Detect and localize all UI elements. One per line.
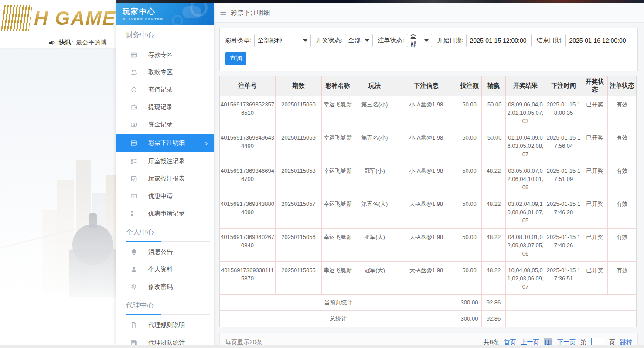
table-cell: 亚军(大): [354, 229, 395, 262]
table-cell: 有效: [608, 229, 637, 262]
table-cell: 2025-01-15 17:40:26: [545, 229, 582, 262]
column-header-注单号: 注单号: [220, 76, 276, 96]
table-cell: 401569173693381115870: [220, 262, 276, 295]
draw-status-value: 全部: [348, 37, 361, 44]
filter-panel: 彩种类型: 全部彩种 开奖状态: 全部 注单状态: 全部 开始日期: 结束日期:…: [219, 28, 638, 71]
table-cell: -50.00: [482, 129, 506, 162]
table-cell: 大-A盘@1.98: [395, 262, 457, 295]
bell-icon: [130, 249, 138, 256]
table-cell: 幸运飞艇新: [322, 262, 354, 295]
table-cell: 401569173693402670840: [220, 229, 276, 262]
table-cell: 已开奖: [582, 129, 608, 162]
table-cell: 2025-01-15 17:46:28: [545, 195, 582, 229]
main-content: ☰ 彩票下注明细 彩种类型: 全部彩种 开奖状态: 全部 注单状态: 全部 开始…: [214, 3, 644, 348]
summary-row: 总统计300.0092.86: [220, 311, 637, 327]
sidebar-item-消息公告[interactable]: 消息公告: [116, 243, 214, 261]
table-cell: 有效: [608, 162, 637, 195]
bet-detail-table: 注单号期数彩种名称玩法下注信息投注额输赢开奖结果下注时间开奖状态注单状态4015…: [219, 76, 637, 327]
logo-bar: H GAME: [0, 0, 116, 37]
summary-empty-cell: [506, 311, 637, 327]
summary-winloss-total: 92.86: [482, 295, 506, 311]
sidebar-item-label: 厅室投注记录: [148, 157, 185, 165]
sidebar-item-label: 存款专区: [148, 51, 173, 59]
sidebar-section-title: 个人中心: [116, 227, 214, 237]
table-cell: 48.22: [482, 162, 506, 195]
coupon-icon: [130, 193, 138, 200]
table-cell: 有效: [608, 96, 637, 129]
table-cell: 48.22: [482, 229, 506, 262]
sidebar-item-优惠申请记录[interactable]: 优惠申请记录: [116, 205, 214, 222]
sidebar-item-label: 优惠申请: [148, 192, 173, 200]
end-date-label: 结束日期:: [537, 37, 563, 44]
table-cell: 08,09,06,04,02,01,10,05,07,03: [506, 96, 545, 129]
table-cell: 401569173693466946700: [220, 162, 276, 195]
ticker-text: 最公平的博: [76, 39, 107, 47]
site-logo[interactable]: H GAME: [3, 5, 116, 31]
sidebar-item-充值记录[interactable]: 充值记录: [116, 81, 214, 99]
sidebar-item-修改密码[interactable]: 修改密码: [116, 278, 214, 296]
order-status-value: 全部: [410, 33, 421, 48]
order-status-select[interactable]: 全部: [407, 34, 432, 47]
table-cell: 冠军(大): [354, 262, 395, 295]
sidebar-item-label: 个人资料: [148, 266, 173, 273]
ticker-label: 快讯:: [59, 39, 73, 47]
lottery-type-select[interactable]: 全部彩种: [254, 34, 311, 47]
start-date-input[interactable]: [466, 34, 532, 47]
table-cell: 401569173693496434490: [220, 129, 276, 162]
sidebar-item-label: 代理规则说明: [148, 321, 185, 329]
search-button[interactable]: 查询: [225, 52, 246, 65]
sidebar-section: 个人中心消息公告个人资料修改密码: [116, 227, 214, 296]
table-cell: 幸运飞艇新: [322, 229, 354, 262]
table-cell: 04,08,10,01,02,09,03,07,05,06: [506, 229, 545, 262]
sidebar-item-代理规则说明[interactable]: 代理规则说明: [116, 317, 214, 334]
table-header-row: 注单号期数彩种名称玩法下注信息投注额输赢开奖结果下注时间开奖状态注单状态: [220, 76, 637, 96]
table-cell: 小-A盘@1.98: [395, 129, 457, 162]
column-header-玩法: 玩法: [354, 76, 395, 96]
table-cell: 01,10,04,09,06,03,05,02,08,07: [506, 129, 545, 162]
sidebar-item-label: 充值记录: [148, 86, 173, 94]
hamburger-menu-icon[interactable]: ☰: [220, 8, 226, 17]
sidebar-item-资金记录[interactable]: 资金记录: [116, 116, 214, 133]
table-cell: -50.00: [482, 96, 506, 129]
column-header-期数: 期数: [276, 76, 322, 96]
sidebar-item-label: 玩家投注报表: [148, 175, 185, 183]
table-cell: 第三名(小): [354, 96, 395, 129]
table-cell: 50.00: [457, 96, 482, 129]
table-cell: 20250115058: [276, 162, 322, 195]
table-cell: 20250115060: [276, 96, 322, 129]
sidebar-item-存款专区[interactable]: 存款专区: [116, 46, 214, 64]
end-date-input[interactable]: [565, 34, 630, 47]
column-header-开奖结果: 开奖结果: [506, 76, 545, 96]
column-header-下注时间: 下注时间: [545, 76, 582, 96]
table-cell: 第五名(小): [354, 129, 395, 162]
table-cell: 已开奖: [582, 162, 608, 195]
table-cell: 有效: [608, 262, 637, 295]
table-cell: 50.00: [457, 162, 482, 195]
table-row: 40156917369349643449020250115059幸运飞艇新第五名…: [220, 129, 637, 162]
table-cell: 48.22: [482, 262, 506, 295]
sidebar-item-彩票下注明细[interactable]: 彩票下注明细›: [116, 134, 214, 152]
table-cell: 401569173693438804090: [220, 195, 276, 229]
table-cell: 20250115059: [276, 129, 322, 162]
summary-empty-cell: [506, 295, 637, 311]
table-cell: 已开奖: [582, 262, 608, 295]
sidebar-item-提现记录[interactable]: 提现记录: [116, 99, 214, 116]
sidebar-item-优惠申请[interactable]: 优惠申请: [116, 188, 214, 205]
table-row: 40156917369346694670020250115058幸运飞艇新冠军(…: [220, 162, 637, 195]
page-title: 彩票下注明细: [231, 9, 270, 17]
speaker-icon: [49, 39, 56, 46]
table-cell: 已开奖: [582, 195, 608, 229]
table-cell: 幸运飞艇新: [322, 162, 354, 195]
sidebar-item-个人资料[interactable]: 个人资料: [116, 261, 214, 278]
lottery-type-label: 彩种类型:: [225, 37, 252, 44]
table-cell: 小-A盘@1.98: [395, 162, 457, 195]
sidebar-section: 代理中心代理规则说明代理团队统计: [116, 300, 214, 348]
sidebar-item-取款专区[interactable]: 取款专区: [116, 64, 214, 81]
left-banner-zone: H GAME 快讯: 最公平的博: [0, 0, 116, 348]
table-cell: 幸运飞艇新: [322, 195, 354, 229]
table-cell: 小-A盘@1.98: [395, 96, 457, 129]
records-list-icon: [130, 210, 138, 218]
sidebar-item-厅室投注记录[interactable]: 厅室投注记录: [116, 153, 214, 170]
sidebar-item-玩家投注报表[interactable]: 玩家投注报表: [116, 170, 214, 188]
draw-status-select[interactable]: 全部: [345, 34, 373, 47]
